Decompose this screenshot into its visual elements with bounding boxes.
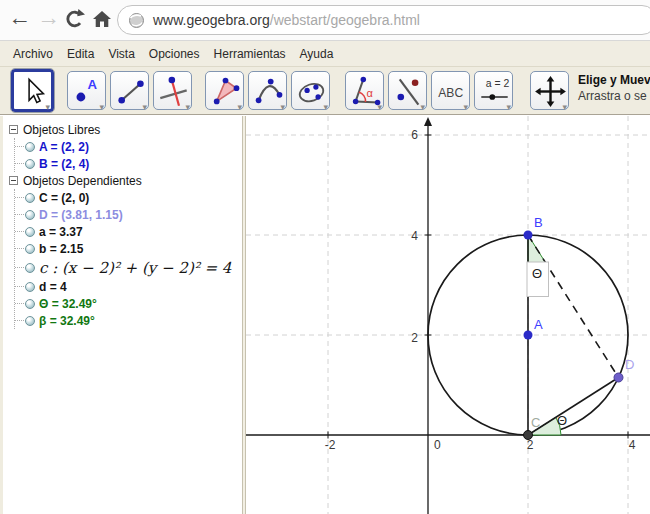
dropdown-arrow-icon[interactable]: ▾ xyxy=(463,103,468,112)
back-icon[interactable]: ← xyxy=(8,4,31,31)
svg-text:a = 2: a = 2 xyxy=(486,78,510,89)
forward-icon[interactable]: → xyxy=(37,4,60,31)
label-C: C xyxy=(531,415,540,430)
algebra-item-text[interactable]: c : (x − 2)² + (y − 2)² = 4 xyxy=(39,259,231,277)
tool-segment-button[interactable]: ▾ xyxy=(110,71,149,110)
visibility-marble-icon[interactable] xyxy=(25,282,35,292)
dropdown-arrow-icon[interactable]: ▾ xyxy=(280,103,285,112)
tool-caption-subtitle: Arrastra o se xyxy=(578,89,650,103)
algebra-item-text[interactable]: A = (2, 2) xyxy=(39,140,89,154)
tool-polygon-button[interactable]: ▾ xyxy=(205,71,244,110)
collapse-minus-icon[interactable] xyxy=(9,176,18,185)
algebra-item-text[interactable]: d = 4 xyxy=(39,280,67,294)
tool-caption: Elige y Muev Arrastra o se xyxy=(578,73,650,103)
dropdown-arrow-icon[interactable]: ▾ xyxy=(323,103,328,112)
point-D[interactable] xyxy=(614,373,623,382)
label-D: D xyxy=(625,357,634,372)
graphics-view[interactable]: 6 4 2 -2 0 2 4 Θ Θ xyxy=(246,116,650,514)
dropdown-arrow-icon[interactable]: ▾ xyxy=(142,103,147,112)
menu-bar: Archivo Edita Vista Opciones Herramienta… xyxy=(0,41,650,67)
visibility-marble-icon[interactable] xyxy=(25,142,35,152)
address-bar[interactable]: www.geogebra.org/webstart/geogebra.html xyxy=(117,5,650,35)
algebra-item-A: A = (2, 2) xyxy=(15,138,242,155)
visibility-marble-icon[interactable] xyxy=(25,159,35,169)
axis-labels: 6 4 2 -2 0 2 4 xyxy=(325,128,636,452)
angle-theta-label[interactable]: Θ xyxy=(557,413,567,428)
tool-circular-arc-button[interactable]: ▾ xyxy=(248,71,287,110)
menu-edita[interactable]: Edita xyxy=(67,47,94,61)
grid-lines xyxy=(246,116,650,514)
algebra-item-text[interactable]: Θ = 32.49° xyxy=(39,297,97,311)
point-C[interactable] xyxy=(524,431,533,440)
dependent-objects-section: Objetos Dependientes xyxy=(3,172,242,189)
svg-text:2: 2 xyxy=(527,438,534,452)
visibility-marble-icon[interactable] xyxy=(25,316,35,326)
free-objects-section: Objetos Libres xyxy=(3,121,242,138)
y-axis-arrow-icon xyxy=(424,117,432,126)
menu-herramientas[interactable]: Herramientas xyxy=(214,47,286,61)
globe-icon xyxy=(128,12,145,29)
svg-text:α: α xyxy=(367,87,374,99)
menu-vista[interactable]: Vista xyxy=(108,47,134,61)
dropdown-arrow-icon[interactable]: ▾ xyxy=(99,103,104,112)
algebra-item-text[interactable]: β = 32.49° xyxy=(39,314,95,328)
tool-slider-button[interactable]: a = 2 ▾ xyxy=(474,71,513,110)
algebra-item-c-equation: c : (x − 2)² + (y − 2)² = 4 xyxy=(15,257,242,278)
svg-text:-2: -2 xyxy=(325,438,336,452)
angle-beta-label[interactable]: Θ xyxy=(532,266,542,281)
visibility-marble-icon[interactable] xyxy=(25,263,35,273)
visibility-marble-icon[interactable] xyxy=(25,227,35,237)
algebra-item-text[interactable]: a = 3.37 xyxy=(39,225,83,239)
visibility-marble-icon[interactable] xyxy=(25,299,35,309)
algebra-item-a: a = 3.37 xyxy=(15,223,242,240)
segment-b-CD[interactable] xyxy=(528,378,619,436)
tool-new-point-button[interactable]: A ▾ xyxy=(67,71,106,110)
dropdown-arrow-icon[interactable]: ▾ xyxy=(45,103,50,112)
dropdown-arrow-icon[interactable]: ▾ xyxy=(237,103,242,112)
tool-bar: ▾ A ▾ ▾ ▾ xyxy=(0,67,650,115)
algebra-item-text[interactable]: b = 2.15 xyxy=(39,242,83,256)
algebra-item-B: B = (2, 4) xyxy=(15,155,242,172)
tool-perpendicular-line-button[interactable]: ▾ xyxy=(153,71,192,110)
menu-archivo[interactable]: Archivo xyxy=(13,47,53,61)
menu-opciones[interactable]: Opciones xyxy=(149,47,200,61)
tool-ellipse-button[interactable]: ▾ xyxy=(291,71,330,110)
algebra-item-text[interactable]: D = (3.81, 1.15) xyxy=(39,208,123,222)
visibility-marble-icon[interactable] xyxy=(25,210,35,220)
svg-text:A: A xyxy=(88,77,98,92)
section-header: Objetos Dependientes xyxy=(23,174,142,188)
visibility-marble-icon[interactable] xyxy=(25,244,35,254)
point-B[interactable] xyxy=(524,231,533,240)
dropdown-arrow-icon[interactable]: ▾ xyxy=(377,103,382,112)
refresh-icon[interactable] xyxy=(63,8,85,30)
browser-navigation-bar: ← → www.geogebra.org/webstart/geogebra.h… xyxy=(0,0,650,41)
svg-text:ABC: ABC xyxy=(438,86,463,100)
tool-angle-button[interactable]: α ▾ xyxy=(345,71,384,110)
dropdown-arrow-icon[interactable]: ▾ xyxy=(185,103,190,112)
visibility-marble-icon[interactable] xyxy=(25,193,35,203)
algebra-item-d: d = 4 xyxy=(15,278,242,295)
algebra-item-C: C = (2, 0) xyxy=(15,189,242,206)
dropdown-arrow-icon[interactable]: ▾ xyxy=(420,103,425,112)
home-icon[interactable] xyxy=(91,8,113,30)
url-path: /webstart/geogebra.html xyxy=(270,12,420,28)
point-A[interactable] xyxy=(524,331,533,340)
tool-insert-text-button[interactable]: ABC ▾ xyxy=(431,71,470,110)
algebra-item-D: D = (3.81, 1.15) xyxy=(15,206,242,223)
algebra-item-theta: Θ = 32.49° xyxy=(15,295,242,312)
collapse-minus-icon[interactable] xyxy=(9,125,18,134)
tool-caption-title: Elige y Muev xyxy=(578,73,650,87)
tool-reflect-button[interactable]: ▾ xyxy=(388,71,427,110)
section-header: Objetos Libres xyxy=(23,123,100,137)
algebra-item-text[interactable]: B = (2, 4) xyxy=(39,157,89,171)
algebra-item-text[interactable]: C = (2, 0) xyxy=(39,191,89,205)
axis-ticks xyxy=(328,135,628,439)
dropdown-arrow-icon[interactable]: ▾ xyxy=(506,103,511,112)
menu-ayuda[interactable]: Ayuda xyxy=(300,47,334,61)
dropdown-arrow-icon[interactable]: ▾ xyxy=(562,103,567,112)
tool-move-graphics-view-button[interactable]: ▾ xyxy=(530,71,569,110)
algebra-view: Objetos Libres A = (2, 2) B = (2, 4) Obj… xyxy=(0,116,242,514)
svg-text:2: 2 xyxy=(411,331,418,345)
algebra-item-beta: β = 32.49° xyxy=(15,312,242,329)
tool-move-button[interactable]: ▾ xyxy=(11,69,54,112)
